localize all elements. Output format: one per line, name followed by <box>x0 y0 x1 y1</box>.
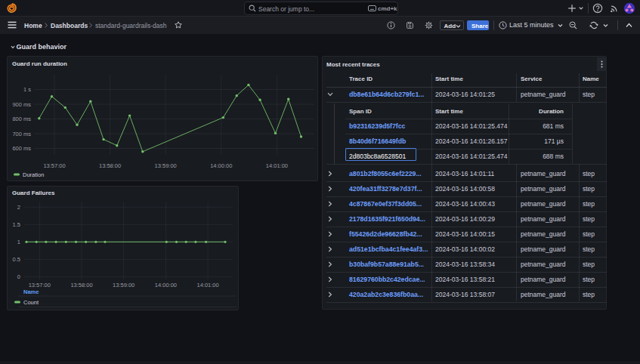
svg-text:13:58:00: 13:58:00 <box>99 162 121 169</box>
svg-text:Duration: Duration <box>23 171 44 178</box>
svg-text:14:00:00: 14:00:00 <box>155 282 177 288</box>
svg-text:900 ms: 900 ms <box>12 101 31 108</box>
svg-text:2: 2 <box>17 204 20 211</box>
svg-text:600 ms: 600 ms <box>12 145 31 152</box>
svg-text:14:00:00: 14:00:00 <box>210 162 232 169</box>
svg-text:13:57:00: 13:57:00 <box>29 282 51 288</box>
svg-text:13:59:00: 13:59:00 <box>155 162 177 169</box>
svg-text:1.5: 1.5 <box>13 221 20 228</box>
svg-text:13:57:00: 13:57:00 <box>43 162 65 169</box>
svg-text:14:01:00: 14:01:00 <box>266 162 288 169</box>
svg-text:0.5: 0.5 <box>13 256 20 263</box>
svg-text:13:58:00: 13:58:00 <box>70 282 92 288</box>
svg-text:Count: Count <box>23 299 39 306</box>
svg-text:14:01:00: 14:01:00 <box>196 282 218 288</box>
svg-text:Name: Name <box>23 288 39 295</box>
svg-text:800 ms: 800 ms <box>12 116 31 122</box>
svg-text:1: 1 <box>17 239 20 245</box>
svg-text:13:59:00: 13:59:00 <box>113 282 134 288</box>
svg-text:0: 0 <box>17 273 20 280</box>
svg-text:700 ms: 700 ms <box>12 131 31 137</box>
svg-text:1 s: 1 s <box>23 86 31 93</box>
